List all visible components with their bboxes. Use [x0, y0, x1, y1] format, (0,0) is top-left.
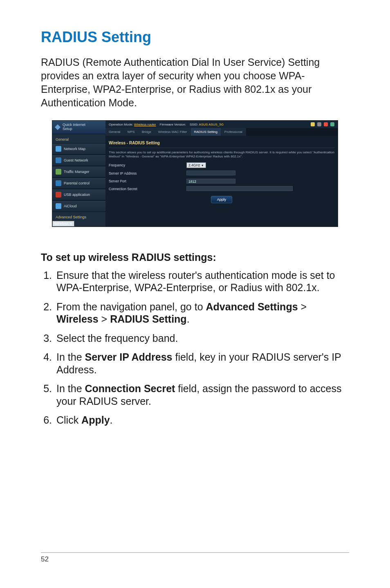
nav-label: Parental control — [64, 181, 90, 185]
step-text: > — [298, 301, 307, 312]
bold-advanced-settings: Advanced Settings — [206, 301, 298, 312]
topbar-ssid2: ASUS_5G — [208, 123, 224, 126]
step-text: Select the frequency band. — [56, 332, 178, 344]
bold-radius-setting: RADIUS Setting — [110, 313, 187, 325]
step-text: WPA-Enterprise, WPA2-Enterprise, or Radi… — [56, 281, 349, 294]
bold-wireless: Wireless — [56, 313, 99, 325]
cloud-icon — [56, 203, 61, 209]
step-2: From the navigation panel, go to Advance… — [55, 301, 349, 325]
step-5: In the Connection Secret field, assign t… — [55, 382, 349, 407]
tab-bridge[interactable]: Bridge — [139, 128, 155, 136]
person-icon[interactable] — [311, 122, 315, 126]
topbar-ssid1: ASUS — [199, 123, 208, 126]
usb-icon — [56, 192, 61, 197]
reboot-icon[interactable] — [324, 122, 328, 126]
steps-list: Ensure that the wireless router's authen… — [41, 269, 349, 426]
step-text: > — [99, 313, 110, 325]
server-ip-input[interactable] — [186, 171, 235, 175]
step-text: . — [110, 414, 113, 426]
nav-label: Traffic Manager — [64, 170, 90, 174]
connection-secret-label: Connection Secret — [109, 187, 186, 191]
logout-icon[interactable] — [317, 122, 321, 126]
tab-mac-filter[interactable]: Wireless MAC Filter — [155, 128, 191, 136]
sidebar-item-aicloud[interactable]: AiCloud — [52, 200, 105, 212]
nav-label: Network Map — [64, 147, 85, 151]
globe-icon — [56, 146, 61, 152]
step-text: From the navigation panel, go to — [56, 301, 206, 312]
topbar: Operation Mode: Wireless router Firmware… — [105, 121, 338, 128]
topbar-ssid-label: SSID: — [190, 123, 198, 126]
step-text: Address. — [56, 364, 349, 376]
sidebar-item-guest-network[interactable]: Guest Network — [52, 155, 105, 166]
tab-general[interactable]: General — [105, 128, 124, 136]
wand-icon — [55, 124, 61, 130]
step-text: In the — [56, 383, 85, 394]
screenshot: Quick Internet Setup General Network Map… — [52, 120, 338, 227]
tab-radius-setting[interactable]: RADIUS Setting — [191, 128, 221, 136]
steps-heading: To set up wireless RADIUS settings: — [41, 251, 349, 263]
step-text: your RADIUS server. — [56, 395, 349, 408]
panel-description: This section allows you to set up additi… — [109, 150, 334, 158]
server-ip-label: Server IP Address — [109, 171, 186, 175]
bold-apply: Apply — [81, 414, 110, 426]
lock-icon — [56, 180, 61, 186]
tab-professional[interactable]: Professional — [221, 128, 246, 136]
step-text: In the — [56, 351, 85, 363]
server-port-label: Server Port — [109, 179, 186, 183]
topbar-mode-label: Operation Mode: — [109, 123, 133, 126]
step-text: field, assign the password to access — [175, 383, 341, 394]
sidebar-item-usb-application[interactable]: USB application — [52, 189, 105, 200]
frequency-select[interactable]: 2.4GHz — [186, 162, 206, 168]
page-number: 52 — [41, 555, 49, 563]
sidebar-item-wireless[interactable]: Wireless — [52, 221, 74, 227]
topbar-fw-label: Firmware Version: — [160, 123, 186, 126]
people-icon — [56, 157, 61, 163]
server-port-input[interactable]: 1812 — [186, 179, 235, 184]
step-1: Ensure that the wireless router's authen… — [55, 269, 349, 294]
nav-label: Guest Network — [64, 158, 88, 162]
qis-line2: Setup — [63, 127, 85, 131]
topbar-mode-link[interactable]: Wireless router — [134, 123, 156, 126]
step-4: In the Server IP Address field, key in y… — [55, 351, 349, 376]
step-text: Ensure that the wireless router's authen… — [56, 269, 335, 281]
sidebar-item-traffic-manager[interactable]: Traffic Manager — [52, 166, 105, 177]
apply-button[interactable]: Apply — [211, 196, 233, 203]
sidebar-qis[interactable]: Quick Internet Setup — [52, 121, 105, 134]
nav-label: AiCloud — [64, 204, 77, 208]
bold-server-ip-address: Server IP Address — [85, 351, 173, 363]
tabs: General WPS Bridge Wireless MAC Filter R… — [105, 128, 338, 136]
tab-wps[interactable]: WPS — [124, 128, 138, 136]
step-text: field, key in your RADIUS server's IP — [173, 351, 341, 363]
frequency-label: Frequency — [109, 163, 186, 167]
nav-label: USB application — [64, 193, 90, 197]
meter-icon — [56, 169, 61, 175]
sidebar-item-parental-control[interactable]: Parental control — [52, 177, 105, 189]
step-text: Click — [56, 414, 81, 426]
nav-heading-general: General — [52, 134, 105, 143]
bold-connection-secret: Connection Secret — [85, 383, 175, 394]
connection-secret-input[interactable] — [186, 186, 293, 191]
step-6: Click Apply. — [55, 414, 349, 426]
sidebar-item-network-map[interactable]: Network Map — [52, 143, 105, 155]
language-icon[interactable] — [330, 122, 334, 126]
step-text: . — [187, 313, 190, 325]
topbar-icons — [311, 122, 334, 126]
page-title: RADIUS Setting — [41, 29, 349, 46]
intro-paragraph: RADIUS (Remote Authentication Dial In Us… — [41, 56, 349, 110]
panel-title: Wireless - RADIUS Setting — [109, 139, 334, 148]
nav-heading-advanced: Advanced Settings — [52, 212, 105, 221]
nav-label: Wireless — [54, 222, 69, 226]
step-3: Select the frequency band. — [55, 332, 349, 345]
